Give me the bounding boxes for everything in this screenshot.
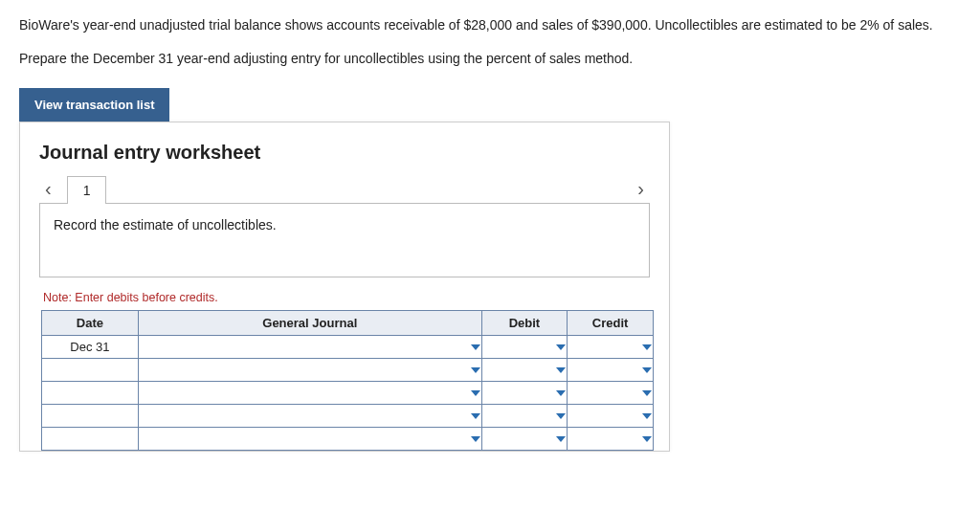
tab-row: ‹ 1 ›	[39, 175, 650, 203]
general-journal-cell[interactable]	[138, 359, 481, 382]
journal-entry-worksheet-panel: Journal entry worksheet ‹ 1 › Record the…	[19, 122, 670, 452]
chevron-left-icon[interactable]: ‹	[39, 178, 57, 200]
dropdown-caret-icon	[556, 367, 566, 373]
table-row	[42, 405, 654, 428]
table-row: Dec 31	[42, 336, 654, 359]
dropdown-caret-icon	[642, 367, 652, 373]
table-row	[42, 428, 654, 451]
dropdown-caret-icon	[642, 413, 652, 419]
header-general-journal: General Journal	[138, 311, 481, 336]
problem-paragraph-1: BioWare's year-end unadjusted trial bala…	[19, 15, 961, 35]
chevron-right-icon[interactable]: ›	[632, 178, 650, 200]
tab-entry-1[interactable]: 1	[67, 176, 107, 204]
date-cell[interactable]	[42, 405, 139, 428]
date-cell[interactable]: Dec 31	[42, 336, 139, 359]
view-transaction-list-button[interactable]: View transaction list	[19, 88, 169, 122]
debit-cell[interactable]	[481, 405, 568, 428]
instruction-text: Record the estimate of uncollectibles.	[54, 217, 277, 233]
debit-cell[interactable]	[481, 428, 568, 451]
header-debit: Debit	[481, 311, 568, 336]
header-credit: Credit	[568, 311, 654, 336]
dropdown-caret-icon	[471, 436, 480, 442]
dropdown-caret-icon	[642, 344, 652, 350]
credit-cell[interactable]	[568, 359, 654, 382]
dropdown-caret-icon	[471, 344, 480, 350]
date-cell[interactable]	[42, 428, 139, 451]
dropdown-caret-icon	[642, 436, 652, 442]
worksheet-title: Journal entry worksheet	[39, 142, 650, 164]
date-cell[interactable]	[42, 382, 139, 405]
dropdown-caret-icon	[556, 436, 566, 442]
dropdown-caret-icon	[556, 413, 566, 419]
credit-cell[interactable]	[568, 405, 654, 428]
dropdown-caret-icon	[471, 390, 480, 396]
header-date: Date	[42, 311, 139, 336]
date-cell[interactable]	[42, 359, 139, 382]
journal-entry-table: Date General Journal Debit Credit Dec 31	[41, 310, 654, 451]
dropdown-caret-icon	[556, 390, 566, 396]
dropdown-caret-icon	[642, 390, 652, 396]
dropdown-caret-icon	[471, 367, 480, 373]
credit-cell[interactable]	[568, 382, 654, 405]
instruction-box: Record the estimate of uncollectibles.	[39, 203, 650, 277]
general-journal-cell[interactable]	[138, 382, 481, 405]
note-text: Note: Enter debits before credits.	[43, 291, 650, 304]
general-journal-cell[interactable]	[138, 405, 481, 428]
general-journal-cell[interactable]	[138, 336, 481, 359]
problem-paragraph-2: Prepare the December 31 year-end adjusti…	[19, 49, 961, 69]
debit-cell[interactable]	[481, 359, 568, 382]
debit-cell[interactable]	[481, 336, 568, 359]
credit-cell[interactable]	[568, 336, 654, 359]
dropdown-caret-icon	[556, 344, 566, 350]
table-row	[42, 382, 654, 405]
credit-cell[interactable]	[568, 428, 654, 451]
table-row	[42, 359, 654, 382]
dropdown-caret-icon	[471, 413, 480, 419]
general-journal-cell[interactable]	[138, 428, 481, 451]
debit-cell[interactable]	[481, 382, 568, 405]
problem-statement: BioWare's year-end unadjusted trial bala…	[19, 15, 961, 69]
